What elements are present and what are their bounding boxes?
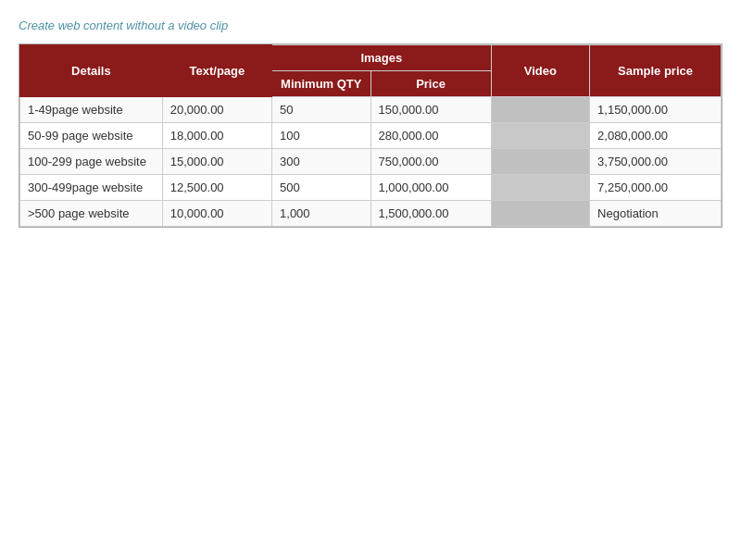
header-price: Price: [370, 71, 491, 97]
cell-details: 1-49page website: [20, 97, 163, 123]
header-details-empty: Details: [20, 45, 163, 97]
table-row: 300-499page website12,500.005001,000,000…: [20, 175, 722, 201]
cell-price: 750,000.00: [370, 149, 491, 175]
cell-details: 50-99 page website: [20, 123, 163, 149]
cell-video: [491, 149, 589, 175]
cell-minqty: 100: [272, 123, 370, 149]
cell-sample: 1,150,000.00: [590, 97, 722, 123]
page-subtitle: Create web content without a video clip: [19, 19, 722, 32]
table-row: 50-99 page website18,000.00100280,000.00…: [20, 123, 722, 149]
table-row: 100-299 page website15,000.00300750,000.…: [20, 149, 722, 175]
header-row-1: Details Text/page Images Video Sample pr…: [20, 45, 722, 71]
cell-details: 100-299 page website: [20, 149, 163, 175]
header-video: Video: [491, 45, 589, 97]
cell-sample: Negotiation: [590, 201, 722, 227]
cell-textpage: 10,000.00: [162, 201, 271, 227]
header-minqty: Minimum QTY: [272, 71, 370, 97]
cell-details: >500 page website: [20, 201, 163, 227]
cell-price: 1,000,000.00: [370, 175, 491, 201]
cell-minqty: 50: [272, 97, 370, 123]
header-sample: Sample price: [590, 45, 722, 97]
cell-video: [491, 97, 589, 123]
pricing-table: Details Text/page Images Video Sample pr…: [19, 44, 722, 227]
cell-textpage: 15,000.00: [162, 149, 271, 175]
cell-textpage: 12,500.00: [162, 175, 271, 201]
cell-minqty: 500: [272, 175, 370, 201]
cell-minqty: 300: [272, 149, 370, 175]
cell-price: 1,500,000.00: [370, 201, 491, 227]
table-body: 1-49page website20,000.0050150,000.001,1…: [20, 97, 722, 227]
cell-details: 300-499page website: [20, 175, 163, 201]
table-row: >500 page website10,000.001,0001,500,000…: [20, 201, 722, 227]
cell-sample: 2,080,000.00: [590, 123, 722, 149]
table-row: 1-49page website20,000.0050150,000.001,1…: [20, 97, 722, 123]
pricing-table-wrapper: Details Text/page Images Video Sample pr…: [19, 44, 722, 228]
cell-video: [491, 201, 589, 227]
cell-minqty: 1,000: [272, 201, 370, 227]
cell-video: [491, 175, 589, 201]
cell-sample: 7,250,000.00: [590, 175, 722, 201]
header-textpage: Text/page: [162, 45, 271, 97]
cell-textpage: 20,000.00: [162, 97, 271, 123]
cell-price: 280,000.00: [370, 123, 491, 149]
cell-sample: 3,750,000.00: [590, 149, 722, 175]
header-images: Images: [272, 45, 492, 71]
cell-textpage: 18,000.00: [162, 123, 271, 149]
cell-price: 150,000.00: [370, 97, 491, 123]
cell-video: [491, 123, 589, 149]
